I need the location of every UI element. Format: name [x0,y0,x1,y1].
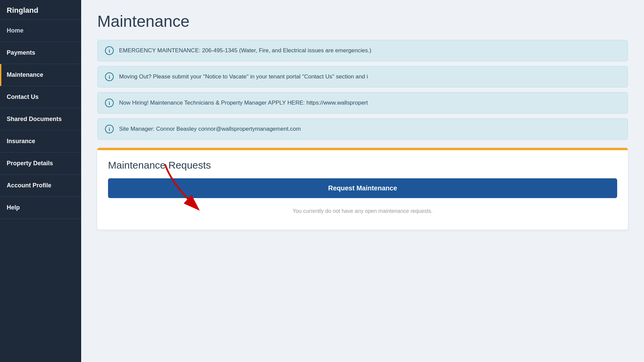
sidebar-item-insurance[interactable]: Insurance [0,130,81,153]
info-banner-hiring: i Now Hiring! Maintenance Technicians & … [97,92,628,114]
info-banner-emergency: i EMERGENCY MAINTENANCE: 206-495-1345 (W… [97,40,628,61]
maintenance-card-title: Maintenance Requests [108,160,617,171]
request-maintenance-button[interactable]: Request Maintenance [108,178,617,198]
info-icon: i [105,46,114,55]
sidebar-item-label: Payments [7,49,35,56]
info-icon: i [105,72,114,81]
sidebar-item-label: Help [7,204,20,211]
sidebar-item-property-details[interactable]: Property Details [0,153,81,175]
info-icon: i [105,125,114,133]
sidebar-item-label: Home [7,27,23,34]
sidebar-item-help[interactable]: Help [0,197,81,219]
empty-state-message: You currently do not have any open maint… [108,205,617,218]
sidebar-item-maintenance[interactable]: Maintenance [0,64,81,86]
sidebar-item-home[interactable]: Home [0,20,81,42]
sidebar-item-label: Account Profile [7,182,51,189]
sidebar: Ringland Home Payments Maintenance Conta… [0,0,81,362]
sidebar-item-label: Insurance [7,138,35,145]
card-body: Maintenance Requests Request Maintenance… [97,150,628,230]
info-icon: i [105,99,114,107]
info-banner-text: EMERGENCY MAINTENANCE: 206-495-1345 (Wat… [119,47,371,54]
sidebar-item-payments[interactable]: Payments [0,42,81,64]
sidebar-item-label: Maintenance [7,71,43,78]
info-banner-moving-out: i Moving Out? Please submit your "Notice… [97,66,628,87]
info-banner-text: Moving Out? Please submit your "Notice t… [119,73,368,80]
sidebar-item-shared-documents[interactable]: Shared Documents [0,108,81,130]
page-title: Maintenance [97,12,628,31]
sidebar-item-account-profile[interactable]: Account Profile [0,175,81,197]
info-banner-text: Now Hiring! Maintenance Technicians & Pr… [119,100,368,106]
sidebar-item-label: Contact Us [7,94,39,101]
main-content: Maintenance i EMERGENCY MAINTENANCE: 206… [81,0,644,362]
sidebar-item-label: Shared Documents [7,116,62,123]
maintenance-requests-card: Maintenance Requests Request Maintenance… [97,148,628,230]
info-banner-site-manager: i Site Manager: Connor Beasley connor@wa… [97,118,628,140]
card-top-bar [97,148,628,150]
sidebar-logo: Ringland [0,0,81,20]
sidebar-item-label: Property Details [7,160,53,167]
info-banner-text: Site Manager: Connor Beasley connor@wall… [119,126,301,132]
sidebar-item-contact-us[interactable]: Contact Us [0,86,81,108]
